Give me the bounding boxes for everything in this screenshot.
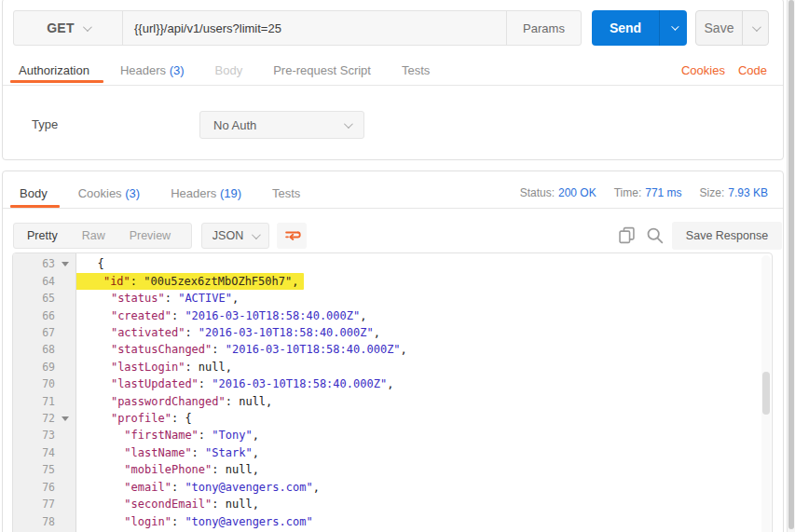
code-line: 70 "lastUpdated": "2016-03-10T18:58:40.0… [13,375,772,392]
code-text: "firstName": "Tony", [76,427,259,443]
save-button[interactable]: Save [695,10,769,46]
code-text: "lastUpdated": "2016-03-10T18:58:40.000Z… [76,375,393,392]
tab-headers[interactable]: Headers (3) [120,63,185,77]
code-lines: 62 },63 {64 "id": "00u5zex6ztMbOZhF50h7"… [13,252,772,532]
code-line: 72 "profile": { [13,410,772,427]
line-number: 65 [13,290,76,307]
line-number: 74 [13,444,76,461]
tab-body[interactable]: Body [215,63,243,77]
params-button[interactable]: Params [506,11,581,45]
line-number: 69 [13,359,76,375]
request-tabs: Authorization Headers (3) Body Pre-reque… [3,55,783,86]
save-response-button[interactable]: Save Response [672,222,782,250]
divider [3,208,783,209]
tab-pre-request-script[interactable]: Pre-request Script [273,63,371,77]
code-text: "activated": "2016-03-10T18:58:40.000Z", [76,324,380,341]
code-line: 67 "activated": "2016-03-10T18:58:40.000… [13,324,772,341]
status-value: 200 OK [558,186,596,199]
wrap-text-button[interactable] [277,223,307,249]
line-number: 78 [13,513,76,530]
search-response-button[interactable] [644,225,665,245]
code-line: 69 "lastLogin": null, [13,359,772,375]
tab-tests[interactable]: Tests [402,63,430,77]
page-scrollbar[interactable] [787,0,795,532]
auth-type-select[interactable]: No Auth [199,111,364,139]
code-text: "login": "tony@avengers.com" [76,513,313,530]
code-text: "created": "2016-03-10T18:58:40.000Z", [76,307,366,324]
response-body-viewer[interactable]: 62 },63 {64 "id": "00u5zex6ztMbOZhF50h7"… [12,252,773,532]
method-label: GET [47,20,75,35]
view-raw-button[interactable]: Raw [82,229,105,242]
chevron-down-icon [752,22,761,32]
method-dropdown[interactable]: GET [14,11,123,45]
view-pretty-button[interactable]: Pretty [27,229,58,242]
line-number: 64 [13,273,76,290]
wrap-text-icon [283,227,301,245]
copy-icon [617,225,637,245]
code-scrollbar[interactable] [761,255,771,532]
code-text: "status": "ACTIVE", [76,290,239,307]
code-text: "mobilePhone": null, [76,461,259,478]
view-mode-switch: Pretty Raw Preview [13,223,192,249]
tab-authorization[interactable]: Authorization [19,63,89,77]
send-label: Send [592,10,659,46]
status-indicator: Status:200 OK [520,186,596,199]
fold-caret-icon[interactable] [62,416,69,421]
save-label: Save [696,11,742,45]
line-number: 75 [13,461,76,478]
postman-window: GET {{url}}/api/v1/users?limit=25 Params… [0,0,795,532]
code-line: 76 "email": "tony@avengers.com", [13,479,772,496]
tab-response-tests[interactable]: Tests [272,186,300,200]
time-value: 771 ms [645,186,681,199]
line-number: 70 [13,375,76,392]
code-text: "lastLogin": null, [76,359,232,375]
code-line: 78 "login": "tony@avengers.com" [13,513,772,530]
cookies-link[interactable]: Cookies [681,63,725,77]
code-text: "profile": { [76,410,192,427]
code-line: 65 "status": "ACTIVE", [13,290,772,307]
send-button[interactable]: Send [592,10,687,46]
auth-type-label: Type [32,117,58,131]
code-link[interactable]: Code [738,63,767,77]
chevron-down-icon [671,22,678,30]
response-panel: Body Cookies (3) Headers (19) Tests Stat… [2,171,784,532]
code-line: 71 "passwordChanged": null, [13,393,772,410]
tab-response-cookies[interactable]: Cookies (3) [78,186,140,200]
active-tab-indicator [10,80,103,83]
send-options-button[interactable] [659,10,687,46]
time-indicator: Time:771 ms [614,186,682,199]
code-line: 68 "statusChanged": "2016-03-10T18:58:40… [13,341,772,358]
copy-response-button[interactable] [616,225,637,245]
response-headers-count-badge: (19) [220,186,241,200]
chevron-down-icon [252,230,261,239]
line-number: 66 [13,307,76,324]
url-input[interactable]: {{url}}/api/v1/users?limit=25 [123,11,506,45]
response-toolbar: Pretty Raw Preview JSON [3,222,783,250]
request-url-row: GET {{url}}/api/v1/users?limit=25 Params… [13,10,773,46]
tab-response-headers[interactable]: Headers (19) [171,186,241,200]
url-bar: GET {{url}}/api/v1/users?limit=25 Params [13,10,582,46]
line-number: 73 [13,427,76,443]
code-text: "lastName": "Stark", [76,444,259,461]
code-line: 66 "created": "2016-03-10T18:58:40.000Z"… [13,307,772,324]
chevron-down-icon [344,119,353,129]
code-text: "statusChanged": "2016-03-10T18:58:40.00… [76,341,407,358]
page-scrollbar-thumb[interactable] [788,0,794,529]
code-text: "secondEmail": null, [76,496,259,512]
size-value: 7.93 KB [728,186,768,199]
code-scrollbar-thumb[interactable] [762,372,770,415]
auth-type-value: No Auth [213,118,256,132]
code-line: 73 "firstName": "Tony", [13,427,772,443]
response-tabs: Body Cookies (3) Headers (19) Tests Stat… [3,178,783,208]
language-select[interactable]: JSON [201,223,269,249]
line-number: 71 [13,393,76,410]
tab-response-body[interactable]: Body [20,186,48,200]
line-number: 72 [13,410,76,427]
code-line: 64 "id": "00u5zex6ztMbOZhF50h7", [13,273,772,290]
highlighted-code-text: "id": "00u5zex6ztMbOZhF50h7", [73,273,304,290]
code-line: 77 "secondEmail": null, [13,496,772,512]
fold-caret-icon[interactable] [62,262,69,266]
view-preview-button[interactable]: Preview [130,229,171,242]
save-options-button[interactable] [742,11,768,45]
cookies-count-badge: (3) [125,186,140,200]
